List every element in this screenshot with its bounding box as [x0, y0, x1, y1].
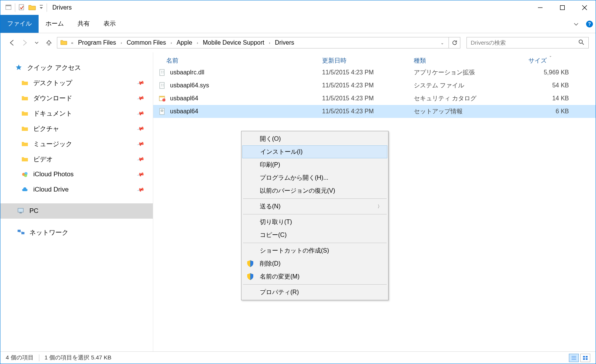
- menu-item-delete[interactable]: 削除(D): [242, 257, 387, 270]
- file-date: 11/5/2015 4:23 PM: [317, 82, 409, 89]
- menu-item-cut[interactable]: 切り取り(T): [242, 216, 387, 229]
- menu-item-print[interactable]: 印刷(P): [242, 158, 387, 171]
- tab-share[interactable]: 共有: [71, 15, 97, 33]
- chevron-right-icon[interactable]: ›: [169, 40, 174, 45]
- svg-point-26: [161, 85, 162, 86]
- file-row[interactable]: usbaaplrc.dll11/5/2015 4:23 PMアプリケーション拡張…: [153, 66, 596, 79]
- file-name: usbaaplrc.dll: [170, 69, 204, 76]
- up-button[interactable]: [45, 39, 53, 47]
- nav-item-icloud-photos[interactable]: iCloud Photos📌: [0, 167, 153, 182]
- sort-indicator-icon: ⌄: [549, 54, 552, 58]
- svg-rect-3: [40, 5, 43, 5]
- breadcrumb-item[interactable]: Program Files: [76, 39, 118, 46]
- menu-item-open-with[interactable]: プログラムから開く(H)...: [242, 171, 387, 184]
- svg-rect-18: [160, 69, 164, 76]
- file-icon: [159, 82, 166, 89]
- nav-item-label: ダウンロード: [33, 94, 72, 103]
- system-menu-icon[interactable]: [5, 4, 12, 12]
- nav-label: クイック アクセス: [27, 63, 81, 72]
- nav-quick-access[interactable]: クイック アクセス: [0, 60, 153, 75]
- nav-item-desktop[interactable]: デスクトップ📌: [0, 75, 153, 90]
- ribbon-expand-icon[interactable]: [569, 15, 583, 33]
- column-header-date[interactable]: 更新日時: [317, 57, 409, 65]
- nav-item-videos[interactable]: ビデオ📌: [0, 151, 153, 167]
- nav-item-downloads[interactable]: ダウンロード📌: [0, 90, 153, 106]
- menu-item-properties[interactable]: プロパティ(R): [242, 286, 387, 299]
- chevron-right-icon[interactable]: ›: [119, 40, 124, 45]
- qat-properties-icon[interactable]: [18, 4, 25, 12]
- back-button[interactable]: [8, 39, 16, 47]
- nav-item-label: ミュージック: [33, 140, 72, 148]
- tab-view[interactable]: 表示: [97, 15, 123, 33]
- address-bar[interactable]: « Program Files › Common Files › Apple ›…: [57, 37, 449, 48]
- forward-button[interactable]: [20, 39, 29, 47]
- navigation-pane: クイック アクセス デスクトップ📌 ダウンロード📌 ドキュメント📌 ピクチャ📌 …: [0, 52, 153, 354]
- breadcrumb-item[interactable]: Apple: [174, 39, 194, 46]
- breadcrumb-item[interactable]: Drivers: [272, 39, 296, 46]
- svg-rect-15: [18, 230, 21, 232]
- file-row[interactable]: usbaapl6411/5/2015 4:23 PMセキュリティ カタログ14 …: [153, 92, 596, 105]
- ribbon: ファイル ホーム 共有 表示 ?: [0, 15, 596, 33]
- qat-dropdown-icon[interactable]: [39, 4, 44, 12]
- nav-item-pictures[interactable]: ピクチャ📌: [0, 121, 153, 136]
- column-header-size[interactable]: ⌄サイズ: [524, 57, 577, 65]
- menu-item-create-shortcut[interactable]: ショートカットの作成(S): [242, 244, 387, 257]
- svg-line-9: [582, 43, 584, 45]
- minimize-button[interactable]: [529, 0, 551, 15]
- breadcrumb-item[interactable]: Mobile Device Support: [201, 39, 267, 46]
- file-size: 54 KB: [524, 82, 577, 89]
- pin-icon: 📌: [136, 110, 144, 118]
- search-box[interactable]: Driversの検索: [466, 37, 589, 48]
- maximize-button[interactable]: [551, 0, 573, 15]
- breadcrumb-item[interactable]: Common Files: [124, 39, 168, 46]
- column-header-type[interactable]: 種類: [409, 57, 524, 65]
- svg-rect-16: [21, 232, 24, 234]
- nav-item-icloud-drive[interactable]: iCloud Drive📌: [0, 182, 153, 197]
- view-details-button[interactable]: [569, 354, 579, 362]
- close-button[interactable]: [573, 0, 596, 15]
- folder-icon: [20, 141, 29, 147]
- chevron-right-icon[interactable]: ›: [267, 40, 272, 45]
- column-headers: 名前 更新日時 種類 ⌄サイズ: [153, 52, 596, 66]
- file-icon: [159, 95, 166, 102]
- menu-item-restore-previous[interactable]: 以前のバージョンの復元(V): [242, 184, 387, 197]
- nav-item-network[interactable]: ネットワーク: [0, 225, 153, 240]
- folder-icon: [20, 110, 29, 116]
- column-header-name[interactable]: 名前: [153, 57, 317, 65]
- search-icon: [578, 39, 585, 47]
- nav-item-music[interactable]: ミュージック📌: [0, 136, 153, 151]
- menu-item-copy[interactable]: コピー(C): [242, 229, 387, 242]
- menu-item-send-to[interactable]: 送る(N)〉: [242, 200, 387, 213]
- nav-item-documents[interactable]: ドキュメント📌: [0, 106, 153, 121]
- refresh-button[interactable]: [449, 37, 460, 48]
- file-date: 11/5/2015 4:23 PM: [317, 108, 409, 115]
- file-row[interactable]: usbaapl6411/5/2015 4:23 PMセットアップ情報6 KB: [153, 105, 596, 118]
- folder-icon: [20, 95, 29, 101]
- file-name: usbaapl64: [170, 108, 198, 115]
- svg-point-19: [161, 71, 162, 72]
- nav-item-pc[interactable]: PC: [0, 203, 153, 219]
- cloud-icon: [20, 187, 29, 193]
- svg-point-21: [161, 72, 162, 73]
- pin-icon: 📌: [136, 155, 144, 163]
- address-dropdown-icon[interactable]: ⌄: [437, 40, 447, 45]
- pin-icon: 📌: [136, 94, 144, 102]
- file-size: 14 KB: [524, 95, 577, 102]
- nav-bar: « Program Files › Common Files › Apple ›…: [0, 33, 596, 52]
- menu-item-rename[interactable]: 名前の変更(M): [242, 270, 387, 283]
- file-row[interactable]: usbaapl64.sys11/5/2015 4:23 PMシステム ファイル5…: [153, 79, 596, 92]
- chevron-right-icon[interactable]: ›: [195, 40, 200, 45]
- svg-rect-39: [583, 358, 585, 360]
- svg-rect-14: [19, 213, 22, 213]
- tab-home[interactable]: ホーム: [39, 15, 71, 33]
- context-menu: 開く(O) インストール(I) 印刷(P) プログラムから開く(H)... 以前…: [241, 131, 389, 300]
- help-button[interactable]: ?: [583, 15, 596, 33]
- qat-folder-icon[interactable]: [28, 4, 36, 12]
- tab-file[interactable]: ファイル: [0, 15, 39, 33]
- menu-item-open[interactable]: 開く(O): [242, 132, 387, 145]
- chevron-right-icon[interactable]: «: [70, 40, 75, 45]
- submenu-arrow-icon: 〉: [377, 203, 382, 210]
- recent-locations-button[interactable]: [32, 39, 41, 47]
- menu-item-install[interactable]: インストール(I): [242, 145, 387, 158]
- view-thumbnails-button[interactable]: [580, 354, 590, 362]
